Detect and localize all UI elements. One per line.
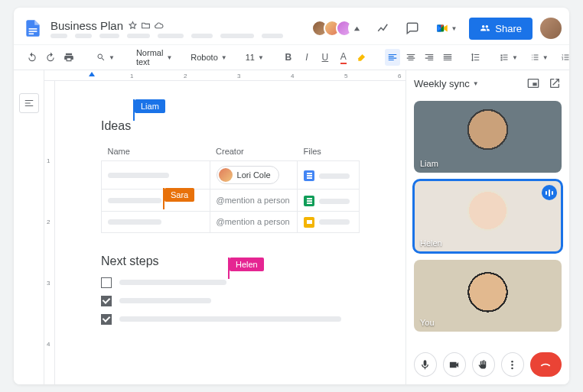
meet-button[interactable]: ▼ (431, 18, 461, 38)
checklist-item[interactable] (101, 296, 360, 306)
svg-rect-0 (29, 28, 37, 30)
tile-name: Helen (420, 238, 442, 248)
svg-rect-2 (29, 34, 34, 35)
redo-button[interactable] (43, 49, 58, 66)
file-chip-slides[interactable] (304, 217, 350, 228)
checkbox[interactable] (101, 314, 112, 325)
collaborator-cursor-sara: Sara (164, 188, 194, 202)
file-chip-docs[interactable] (304, 170, 350, 181)
share-button-label: Share (495, 23, 522, 34)
bold-button[interactable]: B (281, 49, 296, 66)
print-button[interactable] (61, 49, 77, 66)
table-row[interactable]: @mention a person (102, 212, 360, 233)
svg-rect-1 (29, 31, 37, 32)
body: 1 2 3 4 5 6 1 2 3 4 Ideas Liam (14, 70, 569, 384)
tile-name: You (420, 318, 435, 327)
app-frame: Business Plan (14, 8, 569, 384)
checkbox[interactable] (101, 296, 112, 306)
svg-point-6 (512, 364, 514, 366)
mention-placeholder[interactable]: @mention a person (217, 196, 290, 205)
slides-file-icon (304, 217, 314, 228)
meet-controls (406, 345, 569, 384)
table-row[interactable]: Lori Cole (102, 161, 360, 190)
col-files: Files (298, 142, 360, 161)
header-right: ▼ Share (311, 18, 562, 40)
underline-button[interactable]: U (318, 49, 333, 66)
undo-button[interactable] (24, 49, 40, 66)
line-spacing-button[interactable] (467, 49, 483, 66)
ideas-heading[interactable]: Ideas (101, 119, 131, 133)
col-name: Name (102, 142, 210, 161)
move-icon[interactable] (141, 21, 151, 31)
paragraph-style-dropdown[interactable]: Normal text▼ (132, 49, 177, 66)
text-color-button[interactable]: A (336, 49, 351, 66)
speaking-indicator-icon (542, 185, 557, 200)
ideas-table[interactable]: Name Creator Files Lori Cole (101, 142, 360, 233)
svg-point-5 (512, 360, 514, 362)
align-justify-button[interactable] (440, 49, 455, 66)
document-area: 1 2 3 4 5 6 1 2 3 4 Ideas Liam (44, 70, 405, 384)
raise-hand-button[interactable] (472, 352, 495, 377)
checklist: Helen (101, 277, 360, 325)
chevron-down-icon: ▼ (473, 80, 479, 87)
collaborator-cursor-liam: Liam (135, 99, 165, 113)
numbered-list-button[interactable]: ▼ (556, 49, 569, 66)
title-area: Business Plan (50, 19, 311, 38)
table-row[interactable]: Sara @mention a person (102, 190, 360, 212)
person-chip[interactable]: Lori Cole (217, 166, 279, 184)
outline-button[interactable] (19, 93, 39, 113)
pip-icon[interactable] (526, 76, 540, 90)
align-center-button[interactable] (403, 49, 419, 66)
horizontal-ruler[interactable]: 1 2 3 4 5 6 (44, 70, 405, 81)
toolbar: ▼ Normal text▼ Roboto▼ 11▼ B I U A ▼ ▼ ▼ (14, 44, 569, 70)
mention-placeholder[interactable]: @mention a person (217, 217, 290, 226)
highlight-button[interactable] (354, 49, 370, 66)
camera-button[interactable] (443, 352, 466, 377)
checkbox[interactable] (101, 277, 112, 288)
sheets-file-icon (304, 196, 314, 206)
menu-bar[interactable] (50, 34, 311, 38)
zoom-dropdown[interactable]: ▼ (92, 49, 119, 66)
meet-header: Weekly sync ▼ (406, 70, 569, 96)
end-call-button[interactable] (530, 352, 562, 377)
video-tile[interactable]: You (414, 260, 562, 332)
profile-avatar[interactable] (540, 18, 562, 39)
cloud-status-icon[interactable] (154, 21, 164, 31)
vertical-ruler[interactable]: 1 2 3 4 (44, 81, 55, 384)
indent-marker-icon[interactable] (89, 72, 95, 78)
open-external-icon[interactable] (548, 76, 562, 90)
docs-file-icon (304, 170, 314, 181)
font-size-dropdown[interactable]: 11▼ (241, 49, 269, 66)
meet-side-panel: Weekly sync ▼ Liam Helen You (405, 70, 569, 384)
bulleted-list-button[interactable]: ▼ (526, 49, 553, 66)
video-tile[interactable]: Helen (414, 180, 562, 252)
collaborator-avatars[interactable] (311, 20, 365, 37)
align-right-button[interactable] (422, 49, 437, 66)
document-title[interactable]: Business Plan (50, 19, 123, 32)
align-left-button[interactable] (385, 49, 400, 66)
document-page[interactable]: Ideas Liam Name Creator Files (55, 81, 405, 384)
share-button[interactable]: Share (469, 18, 533, 40)
mic-button[interactable] (414, 352, 437, 377)
svg-point-7 (512, 367, 514, 369)
more-options-button[interactable] (501, 352, 524, 377)
left-rail (14, 70, 44, 384)
file-chip-sheets[interactable] (304, 196, 350, 206)
avatar-overflow[interactable] (348, 20, 365, 37)
star-icon[interactable] (128, 21, 138, 31)
docs-logo-icon[interactable] (21, 14, 44, 43)
activity-icon[interactable] (373, 18, 394, 39)
checklist-item[interactable] (101, 314, 360, 325)
checklist-item[interactable]: Helen (101, 277, 360, 288)
collaborator-cursor-helen: Helen (230, 258, 264, 271)
col-creator: Creator (210, 142, 298, 161)
video-tiles: Liam Helen You (406, 96, 569, 345)
checklist-button[interactable]: ▼ (495, 49, 523, 66)
comments-icon[interactable] (402, 18, 423, 39)
tile-name: Liam (420, 159, 438, 168)
video-tile[interactable]: Liam (414, 101, 562, 173)
meeting-title-dropdown[interactable]: Weekly sync ▼ (414, 78, 479, 89)
avatar (219, 168, 233, 182)
italic-button[interactable]: I (299, 49, 314, 66)
font-dropdown[interactable]: Roboto▼ (186, 49, 231, 66)
